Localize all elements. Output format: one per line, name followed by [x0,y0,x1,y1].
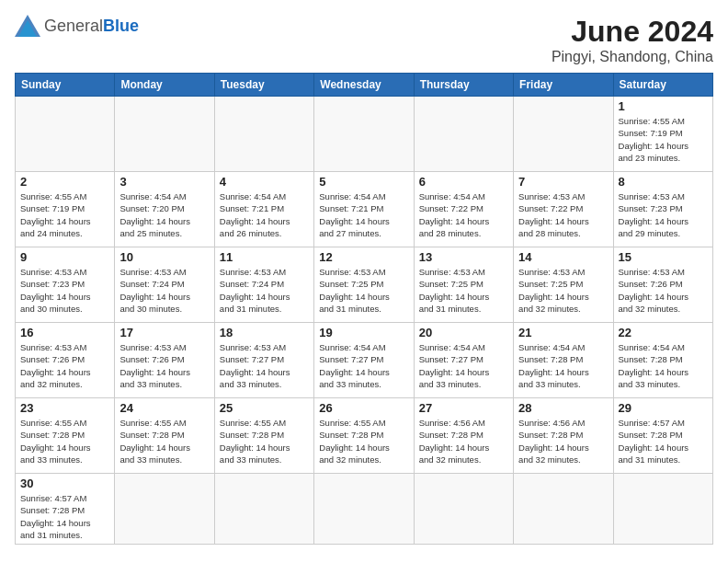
day-number: 16 [20,326,109,339]
day-number: 2 [20,175,109,189]
week-row-5: 30Sunrise: 4:57 AM Sunset: 7:28 PM Dayli… [16,474,713,545]
day-info: Sunrise: 4:56 AM Sunset: 7:28 PM Dayligh… [419,417,508,465]
day-number: 11 [220,250,309,264]
day-info: Sunrise: 4:55 AM Sunset: 7:28 PM Dayligh… [20,417,109,465]
day-number: 13 [419,250,508,264]
day-number: 9 [20,250,109,264]
col-wednesday: Wednesday [314,74,414,97]
day-info: Sunrise: 4:54 AM Sunset: 7:27 PM Dayligh… [419,341,508,390]
day-info: Sunrise: 4:53 AM Sunset: 7:25 PM Dayligh… [319,266,408,315]
col-saturday: Saturday [613,74,712,97]
calendar-day: 26Sunrise: 4:55 AM Sunset: 7:28 PM Dayli… [314,398,414,474]
calendar-day: 9Sunrise: 4:53 AM Sunset: 7:23 PM Daylig… [16,247,115,323]
logo-general: General [44,17,103,35]
day-number: 21 [518,326,608,339]
day-info: Sunrise: 4:53 AM Sunset: 7:26 PM Dayligh… [119,341,209,390]
header-row: Sunday Monday Tuesday Wednesday Thursday… [16,74,713,97]
day-info: Sunrise: 4:54 AM Sunset: 7:22 PM Dayligh… [419,190,508,239]
calendar-day [214,97,313,172]
calendar-day: 22Sunrise: 4:54 AM Sunset: 7:28 PM Dayli… [613,323,712,398]
week-row-2: 9Sunrise: 4:53 AM Sunset: 7:23 PM Daylig… [16,247,713,323]
calendar-day: 30Sunrise: 4:57 AM Sunset: 7:28 PM Dayli… [16,474,115,545]
day-number: 20 [419,326,508,339]
calendar-day: 3Sunrise: 4:54 AM Sunset: 7:20 PM Daylig… [115,172,214,247]
calendar-day [115,97,214,172]
day-number: 4 [220,175,309,189]
calendar-day: 12Sunrise: 4:53 AM Sunset: 7:25 PM Dayli… [314,247,414,323]
calendar-title: June 2024 [552,15,713,49]
title-block: June 2024 Pingyi, Shandong, China [552,15,713,65]
calendar-day: 28Sunrise: 4:56 AM Sunset: 7:28 PM Dayli… [514,398,613,474]
day-info: Sunrise: 4:53 AM Sunset: 7:22 PM Dayligh… [518,190,608,239]
day-number: 17 [119,326,209,339]
week-row-1: 2Sunrise: 4:55 AM Sunset: 7:19 PM Daylig… [16,172,713,247]
day-number: 29 [619,401,708,415]
day-number: 24 [119,401,209,415]
day-number: 15 [619,250,708,264]
day-number: 8 [619,175,708,189]
calendar-day: 19Sunrise: 4:54 AM Sunset: 7:27 PM Dayli… [314,323,414,398]
day-info: Sunrise: 4:55 AM Sunset: 7:28 PM Dayligh… [319,417,408,465]
day-info: Sunrise: 4:53 AM Sunset: 7:25 PM Dayligh… [518,266,608,315]
calendar-day: 18Sunrise: 4:53 AM Sunset: 7:27 PM Dayli… [214,323,313,398]
calendar-day: 13Sunrise: 4:53 AM Sunset: 7:25 PM Dayli… [414,247,513,323]
week-row-3: 16Sunrise: 4:53 AM Sunset: 7:26 PM Dayli… [16,323,713,398]
calendar-day: 29Sunrise: 4:57 AM Sunset: 7:28 PM Dayli… [613,398,712,474]
day-number: 6 [419,175,508,189]
calendar-day [613,474,712,545]
day-number: 7 [518,175,608,189]
day-info: Sunrise: 4:53 AM Sunset: 7:26 PM Dayligh… [619,266,708,315]
calendar-day: 20Sunrise: 4:54 AM Sunset: 7:27 PM Dayli… [414,323,513,398]
day-info: Sunrise: 4:54 AM Sunset: 7:28 PM Dayligh… [518,341,608,390]
calendar-day: 24Sunrise: 4:55 AM Sunset: 7:28 PM Dayli… [115,398,214,474]
calendar-day [414,474,513,545]
day-info: Sunrise: 4:53 AM Sunset: 7:24 PM Dayligh… [220,266,309,315]
logo-blue: Blue [103,17,139,35]
calendar-day: 5Sunrise: 4:54 AM Sunset: 7:21 PM Daylig… [314,172,414,247]
day-info: Sunrise: 4:55 AM Sunset: 7:19 PM Dayligh… [619,115,708,164]
col-friday: Friday [514,74,613,97]
day-number: 10 [119,250,209,264]
day-number: 27 [419,401,508,415]
day-info: Sunrise: 4:53 AM Sunset: 7:24 PM Dayligh… [119,266,209,315]
day-number: 1 [619,99,708,113]
calendar-day [514,97,613,172]
week-row-0: 1Sunrise: 4:55 AM Sunset: 7:19 PM Daylig… [16,97,713,172]
calendar-day: 14Sunrise: 4:53 AM Sunset: 7:25 PM Dayli… [514,247,613,323]
calendar-day [16,97,115,172]
calendar-day: 21Sunrise: 4:54 AM Sunset: 7:28 PM Dayli… [514,323,613,398]
calendar-day: 25Sunrise: 4:55 AM Sunset: 7:28 PM Dayli… [214,398,313,474]
page: GeneralBlue June 2024 Pingyi, Shandong, … [0,0,728,563]
day-info: Sunrise: 4:57 AM Sunset: 7:28 PM Dayligh… [619,417,708,465]
day-info: Sunrise: 4:55 AM Sunset: 7:19 PM Dayligh… [20,190,109,239]
day-number: 19 [319,326,408,339]
day-info: Sunrise: 4:54 AM Sunset: 7:20 PM Dayligh… [119,190,209,239]
logo: GeneralBlue [15,15,139,37]
day-info: Sunrise: 4:53 AM Sunset: 7:25 PM Dayligh… [419,266,508,315]
calendar-day: 4Sunrise: 4:54 AM Sunset: 7:21 PM Daylig… [214,172,313,247]
day-number: 30 [20,477,109,490]
col-thursday: Thursday [414,74,513,97]
day-info: Sunrise: 4:54 AM Sunset: 7:21 PM Dayligh… [319,190,408,239]
calendar-day: 7Sunrise: 4:53 AM Sunset: 7:22 PM Daylig… [514,172,613,247]
day-info: Sunrise: 4:54 AM Sunset: 7:27 PM Dayligh… [319,341,408,390]
calendar-day: 23Sunrise: 4:55 AM Sunset: 7:28 PM Dayli… [16,398,115,474]
day-number: 18 [220,326,309,339]
header: GeneralBlue June 2024 Pingyi, Shandong, … [15,15,713,65]
calendar-day: 8Sunrise: 4:53 AM Sunset: 7:23 PM Daylig… [613,172,712,247]
calendar-day: 15Sunrise: 4:53 AM Sunset: 7:26 PM Dayli… [613,247,712,323]
logo-icon [15,15,40,37]
day-number: 5 [319,175,408,189]
day-info: Sunrise: 4:55 AM Sunset: 7:28 PM Dayligh… [220,417,309,465]
logo-text: GeneralBlue [44,17,139,34]
day-number: 28 [518,401,608,415]
col-sunday: Sunday [16,74,115,97]
col-monday: Monday [115,74,214,97]
calendar-day [314,97,414,172]
calendar-day [514,474,613,545]
day-info: Sunrise: 4:57 AM Sunset: 7:28 PM Dayligh… [20,492,109,541]
calendar-day [314,474,414,545]
calendar-day: 1Sunrise: 4:55 AM Sunset: 7:19 PM Daylig… [613,97,712,172]
calendar-day: 17Sunrise: 4:53 AM Sunset: 7:26 PM Dayli… [115,323,214,398]
calendar-day: 6Sunrise: 4:54 AM Sunset: 7:22 PM Daylig… [414,172,513,247]
